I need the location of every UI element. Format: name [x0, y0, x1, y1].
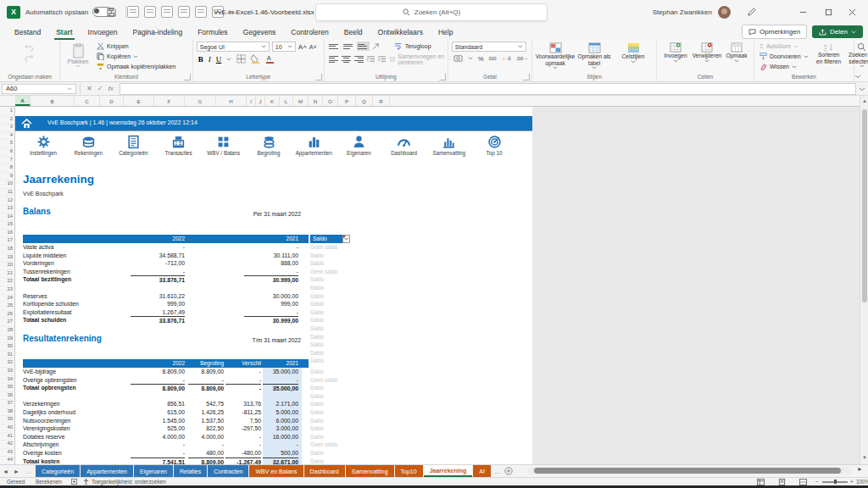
- cell-value[interactable]: -: [131, 376, 185, 385]
- column-header-G[interactable]: G: [185, 96, 216, 106]
- cell-value[interactable]: -: [131, 268, 185, 276]
- horizontal-scrollbar[interactable]: [527, 467, 853, 474]
- cell-value[interactable]: -: [188, 441, 224, 449]
- align-top-icon[interactable]: [328, 42, 341, 51]
- cell-value[interactable]: 615,00: [131, 408, 185, 417]
- fill-button[interactable]: Doorvoeren: [758, 52, 810, 61]
- sheet-tab-relaties[interactable]: Relaties: [174, 465, 207, 477]
- status-accessibility[interactable]: Toegankelijkheid: onderzoeken: [92, 479, 166, 485]
- accounting-dropdown-icon[interactable]: [468, 57, 473, 60]
- cell-value[interactable]: -1.267,49: [225, 458, 261, 464]
- row-label[interactable]: Exploitatieresultaat: [23, 308, 133, 317]
- row-label[interactable]: Liquide middelen: [23, 252, 133, 260]
- column-header-A[interactable]: A: [15, 96, 31, 106]
- cell-value[interactable]: 2.171,00: [263, 400, 298, 408]
- italic-button[interactable]: I: [209, 55, 211, 64]
- cell-value[interactable]: -: [131, 441, 185, 449]
- cut-button[interactable]: Knippen: [95, 42, 177, 51]
- row-label[interactable]: Dotaties reserve: [23, 433, 133, 441]
- cell-value[interactable]: -: [131, 243, 185, 252]
- sheet-tab-top10[interactable]: Top10: [395, 465, 423, 477]
- qat-window-icon[interactable]: [195, 6, 207, 18]
- cell-value[interactable]: 8.809,00: [188, 368, 224, 376]
- user-name[interactable]: Stephan Zwanikken: [653, 8, 712, 16]
- align-center-icon[interactable]: [341, 53, 352, 65]
- share-button[interactable]: Delen: [812, 25, 863, 38]
- zoom-slider-handle[interactable]: [834, 480, 837, 484]
- qat-doc-icon[interactable]: [144, 6, 156, 18]
- nav-item-categorie-n[interactable]: Categorieën: [111, 135, 155, 156]
- number-format-select[interactable]: Standaard: [452, 42, 526, 52]
- cell-value[interactable]: 5.000,00: [263, 408, 298, 417]
- cell-value[interactable]: -297,50: [225, 424, 261, 433]
- redo-icon[interactable]: [25, 54, 36, 62]
- cell-value[interactable]: 8.809,00: [131, 368, 185, 376]
- cell-value[interactable]: -: [188, 376, 224, 385]
- scroll-up-icon[interactable]: ▲: [862, 98, 867, 103]
- cell-value[interactable]: -480,00: [225, 449, 261, 458]
- cell-value[interactable]: 542,75: [188, 400, 224, 408]
- page-break-view-icon[interactable]: [799, 479, 807, 485]
- increase-decimal-icon[interactable]: ←.0: [502, 56, 511, 61]
- close-button[interactable]: [843, 0, 861, 24]
- cell-value[interactable]: 888,00: [244, 259, 298, 268]
- status-calc[interactable]: Berekenen: [36, 479, 62, 485]
- comments-button[interactable]: Opmerkingen: [742, 25, 807, 39]
- format-painter-button[interactable]: Opmaak kopiëren/plakken: [95, 62, 177, 71]
- formula-input[interactable]: [120, 83, 856, 95]
- nav-item-transacties[interactable]: Transacties: [157, 135, 201, 156]
- nav-item-eigenaren[interactable]: Eigenaren: [337, 135, 381, 156]
- column-header-D[interactable]: D: [100, 96, 124, 106]
- column-header-H[interactable]: H: [216, 96, 247, 106]
- cell-value[interactable]: 4.000,00: [131, 433, 185, 441]
- cell-value[interactable]: 30.000,00: [244, 292, 298, 301]
- sheet-tab-wbv-en-balans[interactable]: WBV en Balans: [249, 465, 303, 477]
- font-color-icon[interactable]: A: [265, 54, 275, 64]
- ribbon-tab-formules[interactable]: Formules: [190, 24, 235, 40]
- align-left-icon[interactable]: [328, 53, 339, 65]
- paste-button[interactable]: Plakken: [64, 42, 92, 68]
- orientation-icon[interactable]: [371, 42, 381, 51]
- row-label[interactable]: Vorderingen: [23, 259, 133, 268]
- name-box[interactable]: A60: [2, 84, 76, 94]
- cell-value[interactable]: 8.809,00: [188, 458, 224, 464]
- cell-value[interactable]: -811,25: [225, 408, 261, 417]
- column-header-C[interactable]: C: [75, 96, 100, 106]
- bold-button[interactable]: B: [198, 55, 203, 64]
- cell-value[interactable]: 1.426,25: [188, 408, 224, 417]
- wrap-text-button[interactable]: Terugloop: [392, 42, 433, 51]
- vertical-scroll-thumb[interactable]: [862, 109, 867, 302]
- increase-indent-icon[interactable]: [377, 56, 387, 64]
- sheet-tab-jaarrekening[interactable]: Jaarrekening: [424, 465, 473, 477]
- sheet-tab-samenvatting[interactable]: Samenvatting: [346, 465, 394, 477]
- alignment-dialog-launcher[interactable]: [439, 74, 446, 80]
- row-label[interactable]: VvE-bijdrage: [23, 368, 133, 376]
- column-header-L[interactable]: L: [280, 96, 293, 106]
- cell-value[interactable]: 500,00: [263, 449, 298, 458]
- cell-value[interactable]: 30.999,00: [244, 316, 298, 325]
- cell-value[interactable]: 34.588,71: [131, 252, 185, 260]
- ribbon-tab-controleren[interactable]: Controleren: [283, 24, 336, 40]
- ribbon-tab-beeld[interactable]: Beeld: [337, 24, 370, 40]
- row-label[interactable]: Reserves: [23, 292, 133, 301]
- macro-record-icon[interactable]: [71, 479, 77, 485]
- row-label[interactable]: Totaal opbrengsten: [23, 384, 133, 392]
- nav-item-top-10[interactable]: Top 10: [472, 135, 516, 156]
- insert-cells-button[interactable]: Invoegen: [660, 42, 691, 63]
- column-header-R[interactable]: R: [373, 96, 390, 106]
- nav-item-instellingen[interactable]: Instellingen: [21, 135, 65, 156]
- cell-value[interactable]: 31.610,22: [131, 292, 185, 301]
- home-icon[interactable]: [21, 119, 32, 129]
- underline-dropdown-icon[interactable]: [226, 58, 231, 61]
- row-label[interactable]: Totaal kosten: [23, 458, 133, 464]
- cell-value[interactable]: 525,00: [131, 424, 185, 433]
- conditional-formatting-button[interactable]: Voorwaardelijke opmaak: [536, 42, 575, 69]
- column-header-I[interactable]: I: [247, 96, 256, 106]
- column-header-E[interactable]: E: [124, 96, 154, 106]
- cell-value[interactable]: 3.000,00: [263, 424, 298, 433]
- sheet-nav-more-icon[interactable]: …: [22, 465, 36, 477]
- row-label[interactable]: Vaste activa: [23, 243, 133, 252]
- column-header-B[interactable]: B: [31, 96, 75, 106]
- cell-value[interactable]: -: [263, 441, 298, 449]
- restore-button[interactable]: [819, 0, 837, 24]
